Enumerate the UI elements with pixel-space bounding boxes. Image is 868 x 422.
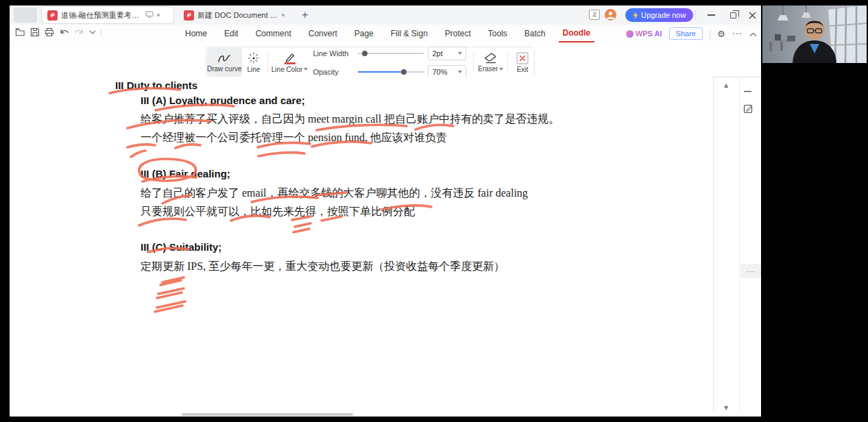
menu-doodle[interactable]: Doodle	[559, 25, 595, 42]
tab-document-2[interactable]: 新建 DOC Document (2).pdf	[178, 6, 300, 24]
menu-fill-sign[interactable]: Fill & Sign	[387, 25, 432, 42]
gear-icon[interactable]: ⚙	[717, 29, 725, 39]
horizontal-scrollbar-thumb[interactable]	[182, 413, 353, 416]
menu-protect[interactable]: Protect	[441, 25, 475, 42]
menu-home[interactable]: Home	[181, 25, 211, 42]
modified-dot	[157, 14, 160, 16]
tab-document-1[interactable]: 道德-融仕预测重要考点.pdf(E	[41, 6, 174, 24]
title-bar: 道德-融仕预测重要考点.pdf(E 新建 DOC Document (2).pd…	[10, 5, 761, 25]
line-width-label: Line Width	[313, 49, 354, 58]
webcam-video	[762, 5, 867, 63]
scroll-down-arrow[interactable]: ▼	[721, 405, 731, 411]
line-color-icon	[282, 52, 298, 64]
wps-ai-button[interactable]: WPS AI	[626, 29, 662, 38]
webcam-overlay	[762, 5, 867, 63]
restore-button[interactable]	[723, 5, 743, 25]
collapse-ribbon-icon[interactable]	[749, 27, 757, 40]
menu-tools[interactable]: Tools	[484, 25, 511, 42]
wps-ai-icon	[626, 30, 634, 38]
section-b-title: III (B) Fair dealing;	[141, 168, 230, 179]
doodle-toolbar: Draw curve Line Line Color Line Wid	[10, 42, 761, 77]
main-menu: Home Edit Comment Convert Page Fill & Si…	[181, 25, 594, 42]
divider	[695, 10, 696, 20]
line-width-slider[interactable]	[358, 53, 424, 54]
eraser-icon	[483, 52, 498, 64]
save-icon[interactable]	[30, 27, 40, 37]
tab-title: 道德-融仕预测重要考点.pdf(E	[61, 10, 142, 21]
line-color-button[interactable]: Line Color	[272, 48, 309, 77]
more-options-icon[interactable]: ···	[732, 29, 743, 39]
print-icon[interactable]	[45, 27, 54, 37]
section-b-line1: 给了自己的客户发了 email，再给交多钱的大客户聊其他的，没有违反 fair …	[141, 186, 528, 201]
menu-batch[interactable]: Batch	[520, 25, 550, 42]
divider	[507, 51, 508, 73]
chevron-down-icon[interactable]	[89, 30, 96, 34]
menu-comment[interactable]: Comment	[252, 25, 296, 42]
draw-curve-icon	[217, 53, 232, 64]
divider	[101, 28, 101, 37]
menu-bar: Home Edit Comment Convert Page Fill & Si…	[10, 25, 761, 42]
caret-down-icon	[458, 71, 462, 73]
section-a-title: III (A) Loyalty, prudence and care;	[141, 95, 305, 106]
menu-convert[interactable]: Convert	[304, 25, 341, 42]
undo-icon[interactable]	[59, 28, 69, 37]
more-tools-button[interactable]: ···	[740, 264, 761, 278]
pdf-file-icon	[184, 10, 194, 21]
wps-pdf-window: 道德-融仕预测重要考点.pdf(E 新建 DOC Document (2).pd…	[10, 5, 761, 417]
document-count-badge[interactable]: 2	[589, 10, 600, 20]
open-file-icon[interactable]	[15, 27, 25, 37]
eraser-button[interactable]: Eraser	[477, 48, 504, 77]
minimize-button[interactable]	[701, 5, 721, 25]
divider	[710, 29, 710, 38]
new-tab-button[interactable]: +	[298, 8, 313, 23]
upgrade-now-button[interactable]: Upgrade now	[625, 8, 693, 22]
tab-title: 新建 DOC Document (2).pdf	[197, 10, 278, 21]
section-a-line1: 给客户推荐了买入评级，自己因为 meet margin call 把自己账户中持…	[141, 112, 559, 127]
section-c-line1: 定期更新 IPS, 至少每年一更，重大变动也要更新（投资收益每个季度更新）	[141, 260, 505, 274]
close-button[interactable]	[742, 5, 762, 25]
caret-down-icon	[499, 68, 503, 71]
divider	[473, 51, 474, 73]
draw-curve-button[interactable]: Draw curve	[207, 48, 242, 77]
line-tool-button[interactable]: Line	[243, 48, 265, 77]
pdf-file-icon	[47, 10, 58, 21]
doc-heading: III Duty to clients	[115, 79, 197, 91]
redo-icon[interactable]	[74, 28, 84, 37]
caret-down-icon	[458, 52, 462, 55]
screen-share-icon	[145, 11, 154, 19]
caret-down-icon	[304, 68, 308, 71]
section-a-line2: 一个经理被一个公司委托管理一个 pension fund, 他应该对谁负责	[141, 131, 447, 145]
exit-doodle-button[interactable]: Exit	[511, 48, 533, 77]
pdf-page[interactable]: III Duty to clients III (A) Loyalty, pru…	[10, 77, 713, 411]
divider	[739, 77, 740, 411]
section-c-title: III (C) Suitability;	[141, 241, 221, 253]
opacity-label: Opacity	[313, 68, 354, 76]
line-width-select[interactable]: 2pt	[428, 47, 466, 60]
share-button[interactable]: Share	[669, 27, 703, 40]
hide-panel-button[interactable]	[743, 86, 752, 99]
menu-page[interactable]: Page	[350, 25, 378, 42]
exit-icon	[516, 52, 529, 64]
window-home-box[interactable]	[14, 8, 37, 23]
scroll-up-arrow[interactable]: ▲	[721, 82, 731, 88]
divider	[713, 77, 714, 411]
menu-edit[interactable]: Edit	[220, 25, 243, 42]
lightning-icon	[633, 12, 638, 19]
annotate-note-button[interactable]	[743, 103, 754, 116]
user-avatar[interactable]	[605, 9, 616, 21]
line-tool-icon	[248, 52, 260, 64]
divider	[267, 51, 268, 73]
modified-dot	[282, 14, 285, 16]
section-b-line2: 只要规则公平就可以，比如先来先得，按照下单比例分配	[141, 205, 415, 219]
opacity-slider[interactable]	[358, 71, 424, 73]
